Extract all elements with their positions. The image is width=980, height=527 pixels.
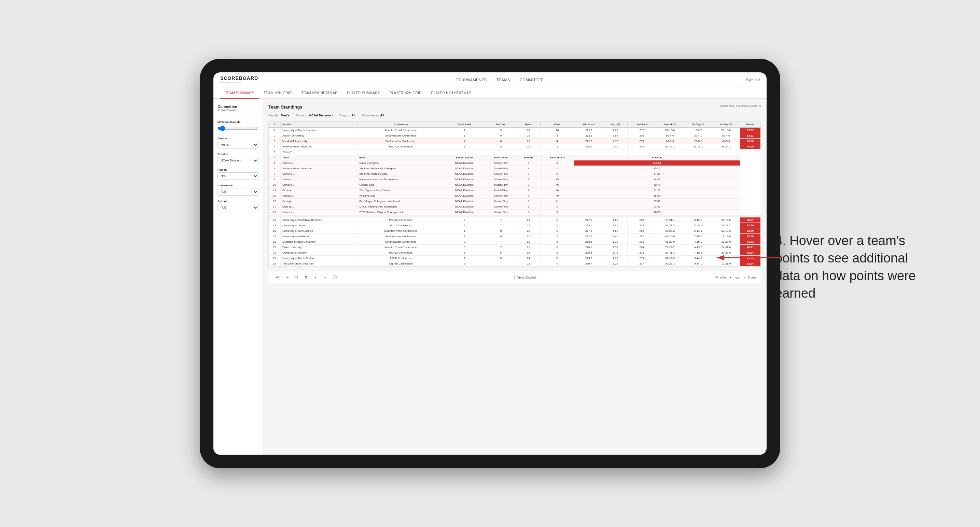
undo-icon[interactable]: ↩ (274, 274, 281, 281)
filter-division: Division: NCAA Division I (296, 114, 332, 117)
table-row[interactable]: 22 Mississippi State University Southeas… (269, 239, 761, 245)
detail-row[interactable]: 11 Florida I... The Cypress Point Classi… (269, 188, 761, 193)
filter-region: Region: All (339, 114, 355, 117)
nav-tournaments[interactable]: TOURNAMENTS (456, 78, 487, 82)
table-row[interactable]: 1 University of North Carolina Atlantic … (269, 128, 761, 133)
sub-nav: TEAM SUMMARY TEAM H2H GRID TEAM H2H HEAT… (213, 87, 767, 99)
tab-player-summary[interactable]: PLAYER SUMMARY (342, 87, 385, 98)
sidebar-portal-title: Committee Portal Review (218, 105, 258, 112)
col-bnds: Bnds (517, 122, 540, 128)
report-header: Team Standings Update time: 13/03/2024 1… (268, 105, 761, 110)
table-row-vanderbilt[interactable]: 3 Vanderbilt University Southeastern Con… (269, 138, 761, 144)
col-low-rank: Low Rank (628, 122, 656, 128)
arrow-container (714, 251, 782, 266)
standings-table-wrapper: # School Conference Conf Rank No Tour Bn… (268, 121, 761, 267)
table-row[interactable]: 21 University of Alabama Southeastern Co… (269, 234, 761, 239)
report-main-title: Team Standings (268, 105, 302, 110)
toolbar-left: ↩ ↪ ↻ ⧉ + − 🕐 (274, 274, 338, 281)
detail-row[interactable]: 7 Arizona State University Southern High… (269, 166, 761, 171)
tab-player-h2h-heatmap[interactable]: PLAYER H2H HEATMAP (426, 87, 476, 98)
main-nav: TOURNAMENTS TEAMS COMMITTEE (456, 78, 544, 82)
division-select[interactable]: NCAA Division I (218, 157, 258, 164)
table-row[interactable]: 18 University of California, Berkeley Pa… (269, 217, 761, 223)
sidebar-conference: Conference (All) (218, 184, 258, 195)
add-icon[interactable]: + (312, 274, 319, 281)
sidebar: Committee Portal Review Minimum Rounds G… (213, 99, 263, 455)
col-rank: # (269, 122, 281, 128)
conference-select[interactable]: (All) (218, 188, 258, 195)
filter-conference: Conference: All (362, 114, 384, 117)
col-conference: Conference (358, 122, 444, 128)
col-wins: Wins (540, 122, 574, 128)
comment-button[interactable]: 💬 (735, 276, 739, 279)
copy-icon[interactable]: ⧉ (302, 274, 309, 281)
sidebar-gender: Gender Men's (218, 137, 258, 148)
detail-row[interactable]: 15 Univers... 2023 Sahalee Players Champ… (269, 210, 761, 215)
report-meta: Update time: 13/03/2024 10:03:42 (720, 105, 761, 108)
col-vs25: Vs Top 25 (684, 122, 712, 128)
tablet-frame: SCOREBOARD Powered by clippi TOURNAMENTS… (200, 59, 780, 468)
table-row[interactable]: 26 The Ohio State University Big Ten Con… (269, 261, 761, 267)
detail-row[interactable]: 14 East Tar... OFCC Fighting Illini Invi… (269, 204, 761, 210)
table-row[interactable]: 4 Arizona State University Pac-12 Confer… (269, 144, 761, 149)
min-rounds-slider[interactable] (218, 125, 258, 132)
sidebar-region: Region N/A (218, 168, 258, 180)
detail-row[interactable]: 9 Univers... National Invitational Tourn… (269, 177, 761, 182)
app-header: SCOREBOARD Powered by clippi TOURNAMENTS… (213, 72, 767, 87)
school-select[interactable]: (All) (218, 204, 258, 211)
detail-row[interactable]: 13 Georgia Ben Hogan Collegiate Invitati… (269, 198, 761, 204)
tab-team-h2h-heatmap[interactable]: TEAM H2H HEATMAP (296, 87, 342, 98)
col-school: School (281, 122, 358, 128)
table-row[interactable]: 23 Duke University Atlantic Coast Confer… (269, 245, 761, 250)
arrow-svg (714, 251, 782, 265)
detail-row[interactable]: 10 Univers... Copper Cup NCAA Division I… (269, 182, 761, 188)
table-row[interactable]: 25 University of North Florida ASUN Conf… (269, 256, 761, 261)
nav-committee[interactable]: COMMITTEE (520, 78, 544, 82)
filter-gender: Gender: Men's (268, 114, 290, 117)
table-row[interactable]: 5 Texas T... (269, 149, 761, 155)
col-points: Points (740, 122, 760, 128)
main-content: Committee Portal Review Minimum Rounds G… (213, 99, 767, 455)
tablet-screen: SCOREBOARD Powered by clippi TOURNAMENTS… (213, 72, 767, 455)
tab-player-h2h-grid[interactable]: PLAYER H2H GRID (385, 87, 426, 98)
standings-table: # School Conference Conf Rank No Tour Bn… (269, 122, 761, 267)
report-area: Team Standings Update time: 13/03/2024 1… (263, 99, 767, 455)
detail-row[interactable]: 12 Univers... Williams Cup NCAA Division… (269, 193, 761, 198)
detail-row[interactable]: 6 Univers... Cabo Collegiate NCAA Divisi… (269, 160, 761, 166)
clock-icon[interactable]: 🕐 (331, 274, 338, 281)
nav-teams[interactable]: TEAMS (496, 78, 510, 82)
sidebar-min-rounds: Minimum Rounds (218, 121, 258, 133)
sign-out-button[interactable]: Sign out (742, 78, 760, 82)
table-row[interactable]: 24 University of Oregon Pac-12 Conferenc… (269, 250, 761, 256)
gender-select[interactable]: Men's (218, 141, 258, 148)
col-vstop50: Vs Top 50 (712, 122, 740, 128)
watch-button[interactable]: 👁 Watch ▾ (715, 276, 732, 279)
detail-header-row: # Team Event Event Division Event Type R… (269, 155, 761, 160)
tab-team-h2h-grid[interactable]: TEAM H2H GRID (259, 87, 296, 98)
share-icon: ↗ (743, 276, 746, 279)
eye-icon: 👁 (715, 276, 718, 279)
app-title: SCOREBOARD (220, 75, 258, 81)
comment-icon: 💬 (735, 276, 739, 279)
chevron-down-icon: ▾ (730, 276, 732, 279)
annotation-text: 4. Hover over a team's points to see add… (775, 232, 918, 302)
toolbar-center: View: Original (514, 275, 539, 280)
tab-team-summary[interactable]: TEAM SUMMARY (220, 88, 259, 98)
redo-icon[interactable]: ↪ (283, 274, 290, 281)
table-row[interactable]: 20 University of New Mexico Mountain Wes… (269, 229, 761, 234)
minus-icon[interactable]: − (322, 274, 328, 281)
share-button[interactable]: ↗ Share (743, 276, 756, 279)
region-select[interactable]: N/A (218, 172, 258, 180)
bottom-toolbar: ↩ ↪ ↻ ⧉ + − 🕐 View: Original 👁 (268, 271, 761, 283)
table-row[interactable]: 2 Auburn University Southeastern Confere… (269, 133, 761, 138)
detail-row[interactable]: 8 Univers... Amer Ari Intercollegiate NC… (269, 171, 761, 177)
col-avg-sg: Avg. SG (603, 122, 628, 128)
refresh-icon[interactable]: ↻ (293, 274, 300, 281)
table-row (269, 215, 761, 217)
app-subtitle: Powered by clippi (220, 81, 258, 84)
filter-row: Gender: Men's Division: NCAA Division I … (268, 114, 761, 117)
table-row[interactable]: 19 University of Texas Big 12 Conference… (269, 223, 761, 229)
view-original-button[interactable]: View: Original (514, 275, 539, 280)
col-adj-score: Adj. Score (574, 122, 603, 128)
toolbar-right: 👁 Watch ▾ 💬 ↗ Share (715, 276, 756, 279)
